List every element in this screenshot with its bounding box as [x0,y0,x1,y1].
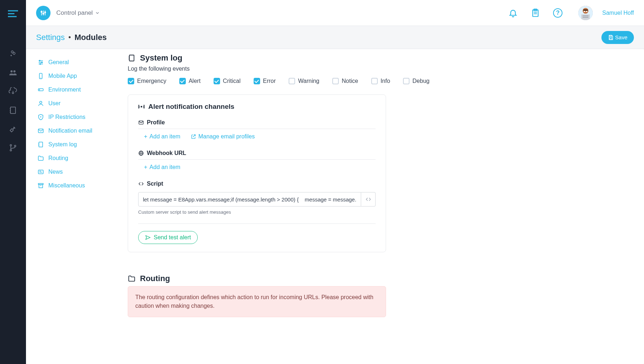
manage-profiles-link[interactable]: Manage email profiles [190,133,255,140]
shield-icon [38,114,44,120]
sidebar-item-label: General [48,59,69,66]
sidebar-item-label: System log [48,141,77,148]
sidebar-item-syslog[interactable]: System log [36,138,123,151]
username[interactable]: Samuel Hoff [602,10,634,16]
save-button[interactable]: Save [601,31,634,44]
sidebar-item-user[interactable]: User [36,97,123,110]
checkbox-notice[interactable]: Notice [332,78,358,84]
breadcrumb-dropdown[interactable]: Control panel [56,9,100,17]
notebook-icon[interactable] [9,106,17,115]
add-profile-item-button[interactable]: + Add an item [144,133,180,140]
script-input[interactable] [138,192,361,207]
users-icon[interactable] [9,68,17,77]
news-icon [38,169,44,175]
profile-label: Profile [138,119,376,129]
svg-rect-55 [130,55,134,61]
svg-point-16 [43,13,44,14]
svg-point-59 [141,106,142,107]
svg-rect-26 [586,11,587,12]
clipboard-icon[interactable] [531,8,540,18]
log-level-checkboxes: Emergency Alert Critical Error Warning N… [128,78,630,84]
code-icon [365,196,371,202]
sidebar-item-ip[interactable]: IP Restrictions [36,110,123,124]
sidebar-item-label: IP Restrictions [48,114,86,120]
menu-toggle-icon[interactable] [8,10,18,19]
gears-icon[interactable] [9,50,17,58]
svg-rect-5 [10,107,16,114]
webhook-label: Webhook URL [138,150,376,160]
svg-point-43 [40,117,41,117]
script-label: Script [138,181,376,190]
navbar [0,0,26,364]
checkbox-emergency[interactable]: Emergency [128,78,166,84]
sidebar-item-label: Routing [48,155,68,161]
code-icon [138,181,144,187]
sidebar-item-news[interactable]: News [36,165,123,179]
svg-point-3 [10,70,13,72]
svg-rect-45 [39,142,43,147]
sliders-icon [38,59,44,66]
checkbox-alert[interactable]: Alert [179,78,201,84]
sidebar-item-misc[interactable]: Miscellaneous [36,179,123,192]
section-subtitle: Log the following events [128,66,630,72]
plus-icon: + [144,164,147,170]
sidebar-item-label: Miscellaneous [48,182,85,189]
section-title-routing: Routing [128,274,630,283]
cloud-download-icon[interactable] [9,87,17,96]
log-icon [38,141,44,148]
sidebar-item-routing[interactable]: Routing [36,151,123,165]
user-icon [38,100,44,107]
breadcrumb-current: Modules [75,33,107,42]
send-test-button[interactable]: Send test alert [138,231,198,244]
branch-icon[interactable] [9,143,17,152]
svg-point-11 [14,145,16,147]
avatar[interactable] [578,6,593,20]
sidebar-item-mobile[interactable]: Mobile App [36,69,123,83]
plus-icon: + [144,133,147,140]
svg-rect-24 [583,9,588,11]
help-icon[interactable]: ? [553,8,562,18]
folder-icon [38,155,44,161]
log-icon [128,54,136,62]
sidebar-item-label: Environment [48,86,81,93]
external-link-icon [190,134,196,139]
svg-point-42 [40,101,42,103]
sidebar-item-label: User [48,100,61,107]
globe-icon [138,150,144,156]
checkbox-debug[interactable]: Debug [403,78,429,84]
svg-rect-30 [610,35,612,36]
add-webhook-item-button[interactable]: + Add an item [144,164,180,170]
mobile-icon [38,73,44,79]
mail-icon [38,128,44,134]
chevron-down-icon [95,10,100,15]
broadcast-icon [138,103,145,110]
topbar: Control panel ? Samuel Hoff [26,0,644,26]
archive-icon [38,182,44,189]
svg-point-4 [13,70,16,72]
section-title-text: System log [140,53,182,63]
script-editor-button[interactable] [361,192,376,207]
send-icon [145,235,151,240]
checkbox-warning[interactable]: Warning [289,78,319,84]
wrench-icon[interactable] [9,125,17,133]
folder-icon [128,275,136,283]
sidebar-item-label: Mobile App [48,73,77,79]
settings-body: System log Log the following events Emer… [123,49,644,364]
bell-icon[interactable] [508,8,518,18]
checkbox-error[interactable]: Error [254,78,276,84]
svg-point-9 [10,145,12,146]
sidebar-item-label: News [48,169,63,175]
breadcrumb-parent[interactable]: Settings [36,33,65,42]
breadcrumb-separator: • [69,33,71,41]
checkbox-info[interactable]: Info [371,78,390,84]
sidebar-item-general[interactable]: General [36,56,123,69]
sidebar-item-email[interactable]: Notification email [36,124,123,138]
sidebar-item-environment[interactable]: Environment [36,83,123,97]
svg-point-41 [39,89,40,90]
section-title-syslog: System log [128,53,630,63]
checkbox-critical[interactable]: Critical [214,78,241,84]
server-icon [38,86,44,93]
svg-point-10 [10,150,12,151]
svg-point-17 [44,12,45,13]
script-hint: Custom server script to send alert messa… [138,209,376,215]
